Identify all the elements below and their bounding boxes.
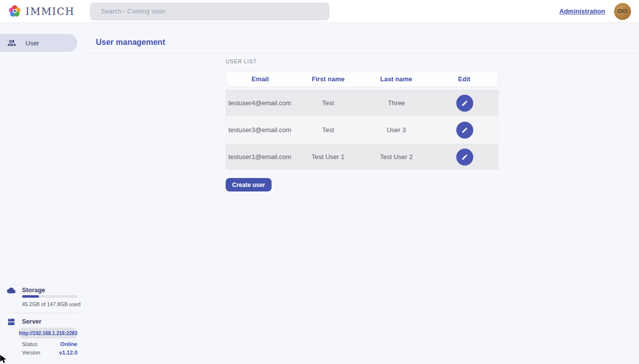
- status-label: Status: [22, 341, 37, 347]
- app-logo[interactable]: IMMICH: [8, 4, 88, 18]
- pencil-icon: [461, 154, 468, 161]
- panel-divider: [5, 313, 79, 313]
- cell-email: testuser4@email.com: [226, 99, 294, 107]
- cell-first-name: Test: [294, 99, 362, 107]
- create-user-button[interactable]: Create user: [226, 178, 272, 191]
- immich-flower-icon: [8, 4, 21, 18]
- storage-progress-fill: [22, 295, 39, 298]
- page-title: User management: [96, 38, 165, 47]
- table-row: testuser4@email.com Test Three: [226, 90, 499, 117]
- pencil-icon: [461, 100, 468, 107]
- storage-heading: Storage: [22, 287, 45, 294]
- storage-progress-bar: [22, 295, 77, 298]
- app-name: IMMICH: [25, 5, 75, 17]
- cell-email: testuser3@email.com: [226, 126, 294, 134]
- glasses-icon: [616, 5, 629, 18]
- header-divider: [85, 53, 639, 53]
- edit-user-button[interactable]: [456, 122, 473, 139]
- cloud-icon: [7, 286, 15, 295]
- col-header-first-name: First name: [294, 75, 362, 83]
- mouse-cursor: [0, 355, 8, 364]
- col-header-email: Email: [226, 75, 294, 83]
- version-label: Version: [22, 350, 40, 356]
- cell-first-name: Test: [294, 126, 362, 134]
- top-bar: IMMICH Administration: [0, 0, 639, 23]
- server-icon: [7, 318, 15, 326]
- cell-last-name: Test User 2: [362, 153, 431, 161]
- col-header-last-name: Last name: [362, 75, 430, 83]
- cell-first-name: Test User 1: [294, 153, 362, 161]
- search-input[interactable]: [90, 2, 329, 20]
- server-status-row: Status Online: [22, 341, 77, 347]
- server-version-row: Version v1.12.0: [22, 350, 77, 356]
- version-value: v1.12.0: [59, 350, 77, 356]
- table-header-row: Email First name Last name Edit: [226, 71, 499, 87]
- administration-link[interactable]: Administration: [559, 7, 605, 15]
- users-icon: [7, 38, 16, 48]
- server-url-badge: http://192.168.1.216:2283: [20, 328, 76, 339]
- user-table: Email First name Last name Edit testuser…: [226, 71, 499, 171]
- table-row: testuser1@email.com Test User 1 Test Use…: [226, 144, 499, 171]
- user-avatar[interactable]: [614, 3, 631, 20]
- table-row: testuser3@email.com Test User 3: [226, 117, 499, 144]
- status-value: Online: [60, 341, 77, 347]
- col-header-edit: Edit: [430, 75, 498, 83]
- storage-usage-text: 45.2GB of 147.8GB used: [22, 301, 80, 307]
- edit-user-button[interactable]: [456, 149, 473, 166]
- table-body: testuser4@email.com Test Three testuser3…: [226, 90, 499, 171]
- user-list-label: USER LIST: [226, 58, 257, 64]
- cell-last-name: Three: [362, 99, 431, 107]
- sidebar-item-label: User: [25, 39, 39, 47]
- server-heading: Server: [22, 318, 41, 325]
- edit-user-button[interactable]: [456, 95, 473, 112]
- cell-email: testuser1@email.com: [226, 153, 294, 161]
- pencil-icon: [461, 127, 468, 134]
- sidebar-item-user[interactable]: User: [0, 34, 77, 52]
- cell-last-name: User 3: [362, 126, 431, 134]
